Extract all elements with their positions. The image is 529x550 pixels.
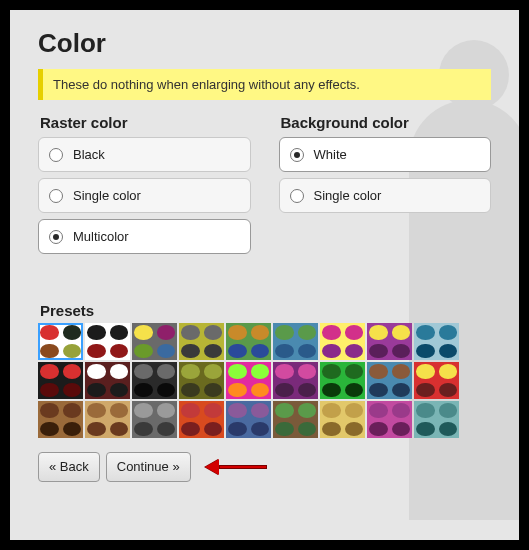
background-color-title: Background color (281, 114, 492, 131)
preset-dot (345, 403, 364, 418)
preset-swatch[interactable] (38, 401, 83, 438)
preset-dot (40, 422, 59, 437)
preset-swatch[interactable] (132, 401, 177, 438)
preset-dot (439, 325, 458, 340)
preset-swatch[interactable] (179, 401, 224, 438)
preset-dot (40, 325, 59, 340)
preset-swatch[interactable] (367, 362, 412, 399)
background-option-label: White (314, 147, 347, 162)
raster-color-section: Raster color BlackSingle colorMulticolor (38, 114, 251, 260)
preset-dot (275, 383, 294, 398)
preset-dot (439, 344, 458, 359)
presets-grid (38, 323, 491, 438)
preset-dot (251, 325, 270, 340)
preset-swatch[interactable] (273, 362, 318, 399)
raster-option-label: Black (73, 147, 105, 162)
preset-dot (392, 364, 411, 379)
preset-dot (63, 344, 82, 359)
preset-dot (392, 325, 411, 340)
preset-dot (204, 422, 223, 437)
preset-dot (181, 383, 200, 398)
preset-swatch[interactable] (179, 362, 224, 399)
preset-dot (345, 364, 364, 379)
preset-dot (369, 422, 388, 437)
preset-dot (87, 422, 106, 437)
preset-dot (228, 325, 247, 340)
preset-dot (204, 364, 223, 379)
preset-dot (157, 325, 176, 340)
preset-dot (181, 422, 200, 437)
preset-dot (181, 403, 200, 418)
preset-swatch[interactable] (414, 362, 459, 399)
preset-swatch[interactable] (226, 323, 271, 360)
preset-dot (298, 344, 317, 359)
preset-swatch[interactable] (132, 323, 177, 360)
preset-swatch[interactable] (132, 362, 177, 399)
background-option[interactable]: White (279, 137, 492, 172)
preset-swatch[interactable] (38, 323, 83, 360)
preset-dot (369, 364, 388, 379)
preset-swatch[interactable] (85, 401, 130, 438)
preset-dot (228, 403, 247, 418)
preset-swatch[interactable] (367, 323, 412, 360)
preset-dot (345, 422, 364, 437)
preset-swatch[interactable] (414, 401, 459, 438)
preset-dot (251, 403, 270, 418)
annotation-arrow (205, 459, 267, 475)
preset-swatch[interactable] (414, 323, 459, 360)
preset-swatch[interactable] (273, 323, 318, 360)
radio-icon (290, 189, 304, 203)
preset-dot (110, 383, 129, 398)
preset-dot (392, 383, 411, 398)
back-button[interactable]: « Back (38, 452, 100, 482)
preset-swatch[interactable] (85, 323, 130, 360)
page-title: Color (38, 28, 491, 59)
preset-dot (63, 364, 82, 379)
preset-dot (322, 422, 341, 437)
radio-icon (290, 148, 304, 162)
preset-swatch[interactable] (320, 401, 365, 438)
preset-dot (63, 403, 82, 418)
preset-dot (416, 325, 435, 340)
preset-dot (134, 383, 153, 398)
raster-option[interactable]: Multicolor (38, 219, 251, 254)
preset-dot (157, 422, 176, 437)
preset-dot (134, 403, 153, 418)
preset-swatch[interactable] (320, 362, 365, 399)
continue-button[interactable]: Continue » (106, 452, 191, 482)
preset-swatch[interactable] (226, 362, 271, 399)
preset-dot (228, 422, 247, 437)
preset-swatch[interactable] (320, 323, 365, 360)
preset-dot (322, 364, 341, 379)
raster-option[interactable]: Single color (38, 178, 251, 213)
preset-dot (110, 422, 129, 437)
preset-dot (204, 344, 223, 359)
preset-dot (63, 422, 82, 437)
preset-dot (63, 325, 82, 340)
background-color-section: Background color WhiteSingle color (279, 114, 492, 260)
preset-swatch[interactable] (85, 362, 130, 399)
preset-swatch[interactable] (273, 401, 318, 438)
raster-option[interactable]: Black (38, 137, 251, 172)
background-option[interactable]: Single color (279, 178, 492, 213)
preset-dot (416, 422, 435, 437)
preset-swatch[interactable] (38, 362, 83, 399)
preset-dot (134, 344, 153, 359)
preset-dot (87, 403, 106, 418)
preset-dot (40, 383, 59, 398)
preset-dot (181, 325, 200, 340)
preset-swatch[interactable] (367, 401, 412, 438)
preset-dot (275, 422, 294, 437)
preset-swatch[interactable] (226, 401, 271, 438)
preset-dot (416, 364, 435, 379)
notice-text: These do nothing when enlarging without … (53, 77, 360, 92)
preset-dot (110, 364, 129, 379)
radio-icon (49, 230, 63, 244)
radio-icon (49, 189, 63, 203)
preset-dot (134, 364, 153, 379)
preset-dot (322, 403, 341, 418)
preset-dot (275, 403, 294, 418)
preset-dot (298, 325, 317, 340)
preset-dot (275, 364, 294, 379)
preset-swatch[interactable] (179, 323, 224, 360)
